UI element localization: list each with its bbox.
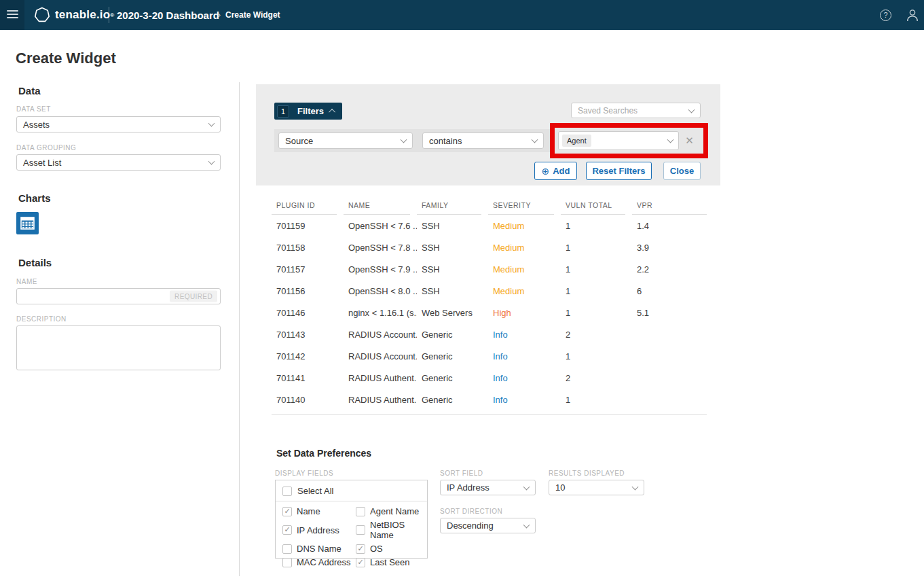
field-checkbox-item[interactable]: Last Seen	[356, 557, 424, 567]
chevron-down-icon	[401, 137, 407, 143]
field-checkbox-item[interactable]: NetBIOS Name	[356, 520, 424, 540]
cell-name: RADIUS Authent...	[344, 395, 417, 405]
chevron-down-icon	[632, 483, 639, 490]
filter-operator-select[interactable]: contains	[422, 132, 544, 149]
help-icon[interactable]	[880, 10, 891, 21]
page-title: Create Widget	[16, 50, 116, 67]
results-displayed-select[interactable]: 10	[549, 480, 644, 495]
close-button[interactable]: Close	[663, 162, 701, 180]
cell-name: RADIUS Account...	[344, 330, 417, 340]
column-header[interactable]: NAME	[344, 201, 410, 215]
filter-field-select[interactable]: Source	[278, 132, 413, 149]
field-label: IP Address	[297, 525, 339, 535]
sort-direction-select[interactable]: Descending	[440, 518, 536, 533]
column-header[interactable]: FAMILY	[417, 201, 481, 215]
cell-plugin-id: 701143	[272, 330, 344, 340]
cell-vuln-total: 1	[561, 221, 632, 231]
sort-field-value: IP Address	[447, 482, 489, 493]
chevron-down-icon	[208, 120, 215, 127]
cell-family: Generic	[417, 351, 488, 361]
field-checkbox-item[interactable]: MAC Address	[282, 557, 356, 567]
table-row[interactable]: 701156 OpenSSH < 8.0 ... SSH Medium 1 6	[272, 280, 707, 302]
filter-field-value: Source	[285, 136, 313, 146]
cell-severity: Medium	[488, 243, 561, 253]
cell-vuln-total: 2	[561, 330, 632, 340]
table-row[interactable]: 701143 RADIUS Account... Generic Info 2	[272, 323, 707, 345]
chevron-up-icon	[329, 109, 335, 116]
saved-searches-select[interactable]: Saved Searches	[571, 103, 701, 118]
checkbox-icon[interactable]	[282, 544, 292, 554]
sort-field-select[interactable]: IP Address	[440, 480, 536, 495]
cell-vpr: 2.2	[632, 264, 707, 275]
field-checkbox-item[interactable]: Name	[282, 506, 356, 516]
sort-field-label: SORT FIELD	[440, 470, 483, 477]
checkbox-icon[interactable]	[356, 544, 365, 554]
saved-searches-placeholder: Saved Searches	[578, 106, 637, 116]
column-header[interactable]: VPR	[632, 201, 707, 215]
table-chart-icon[interactable]	[16, 212, 39, 234]
field-checkbox-item[interactable]: Agent Name	[356, 506, 424, 516]
filters-toggle-button[interactable]: 1 Filters	[274, 103, 342, 120]
checkbox-icon[interactable]	[282, 525, 292, 535]
column-header[interactable]: VULN TOTAL	[561, 201, 625, 215]
menu-button[interactable]	[0, 0, 24, 30]
brand-name: tenable.io	[55, 8, 110, 22]
field-label: Name	[297, 506, 320, 516]
data-grouping-select[interactable]: Asset List	[16, 154, 221, 171]
table-row[interactable]: 701142 RADIUS Account... Generic Info 1	[272, 345, 707, 367]
column-header[interactable]: PLUGIN ID	[272, 201, 337, 215]
reset-filters-button[interactable]: Reset Filters	[586, 162, 652, 180]
hamburger-icon	[7, 10, 18, 19]
sort-direction-label: SORT DIRECTION	[440, 508, 502, 515]
column-header[interactable]: SEVERITY	[488, 201, 554, 215]
field-checkbox-item[interactable]: DNS Name	[282, 544, 356, 554]
cell-severity: High	[488, 308, 561, 318]
cell-plugin-id: 701159	[272, 221, 344, 231]
select-all-checkbox-item[interactable]: Select All	[276, 480, 427, 501]
breadcrumb-dashboard[interactable]: 2020-3-20 Dashboard	[117, 0, 219, 30]
cell-family: Generic	[417, 373, 488, 383]
filter-count-badge: 1	[277, 105, 289, 118]
required-badge: REQUIRED	[170, 291, 217, 302]
checkbox-icon[interactable]	[356, 507, 365, 516]
table-row[interactable]: 701158 OpenSSH < 7.8 ... SSH Medium 1 3.…	[272, 236, 707, 258]
table-row[interactable]: 701146 nginx < 1.16.1 (s... Web Servers …	[272, 302, 707, 323]
cell-vuln-total: 1	[561, 351, 632, 361]
add-filter-button[interactable]: Add	[534, 162, 577, 180]
checkbox-icon[interactable]	[282, 507, 292, 516]
user-profile-icon[interactable]	[906, 9, 919, 22]
cell-name: OpenSSH < 7.8 ...	[344, 243, 417, 253]
cell-family: SSH	[417, 286, 488, 296]
filter-operator-value: contains	[429, 136, 462, 146]
checkbox-icon[interactable]	[282, 487, 292, 496]
table-row[interactable]: 701141 RADIUS Authent... Generic Info 2	[272, 367, 707, 389]
cell-name: RADIUS Authent...	[344, 373, 417, 383]
checkbox-icon[interactable]	[356, 525, 365, 535]
results-table: PLUGIN ID NAME FAMILY SEVERITY VULN TOTA…	[272, 201, 707, 415]
cell-family: SSH	[417, 243, 488, 253]
remove-filter-icon[interactable]	[679, 135, 700, 147]
data-grouping-value: Asset List	[23, 158, 61, 168]
field-label: Last Seen	[370, 557, 410, 567]
brand-logo[interactable]: tenable.io®	[34, 0, 114, 30]
cell-name: OpenSSH < 7.9 ...	[344, 264, 417, 275]
cell-plugin-id: 701141	[272, 373, 344, 383]
chevron-down-icon	[523, 483, 530, 490]
description-textarea[interactable]	[16, 325, 221, 370]
table-row[interactable]: 701140 RADIUS Authent... Generic Info 1	[272, 389, 707, 410]
sort-direction-value: Descending	[447, 520, 494, 531]
table-row[interactable]: 701157 OpenSSH < 7.9 ... SSH Medium 1 2.…	[272, 258, 707, 280]
nav-divider	[109, 7, 109, 23]
name-input[interactable]: REQUIRED	[16, 288, 221, 304]
cell-plugin-id: 701156	[272, 286, 344, 296]
checkbox-icon[interactable]	[356, 558, 365, 567]
field-checkbox-item[interactable]: OS	[356, 544, 424, 554]
table-row[interactable]: 701159 OpenSSH < 7.6 ... SSH Medium 1 1.…	[272, 215, 707, 236]
cell-severity: Medium	[488, 286, 561, 296]
checkbox-icon[interactable]	[282, 558, 292, 567]
data-set-select[interactable]: Assets	[16, 116, 221, 132]
cell-name: OpenSSH < 7.6 ...	[344, 221, 417, 231]
filter-value-select[interactable]: Agent	[558, 131, 679, 150]
field-checkbox-item[interactable]: IP Address	[282, 520, 356, 540]
select-all-label: Select All	[297, 486, 333, 496]
